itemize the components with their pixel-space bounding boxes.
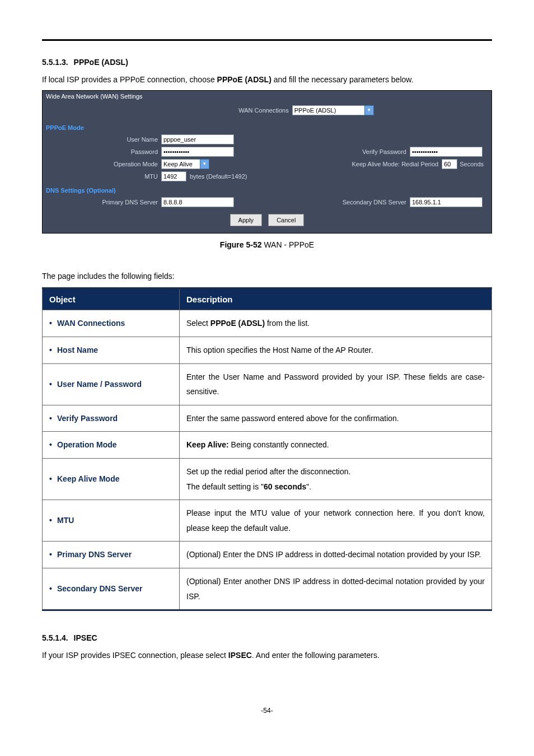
section-heading-ipsec: 5.5.1.4. IPSEC bbox=[42, 633, 492, 642]
table-header-row: Object Description bbox=[43, 288, 492, 310]
header-description: Description bbox=[180, 288, 492, 310]
operation-mode-label: Operation Mode bbox=[46, 161, 161, 167]
chevron-down-icon[interactable]: ▾ bbox=[364, 105, 374, 115]
section-heading-pppoe: 5.5.1.3. PPPoE (ADSL) bbox=[42, 58, 492, 67]
mtu-hint: bytes (Default=1492) bbox=[186, 173, 250, 180]
table-row: •Host Name This option specifies the Hos… bbox=[43, 337, 492, 363]
header-object: Object bbox=[43, 288, 180, 310]
redial-period-input[interactable] bbox=[442, 159, 457, 169]
operation-mode-select[interactable] bbox=[161, 159, 200, 169]
mtu-input[interactable] bbox=[161, 171, 186, 181]
ipsec-intro: If your ISP provides IPSEC connection, p… bbox=[42, 649, 492, 661]
description-table: Object Description •WAN Connections Sele… bbox=[42, 287, 492, 611]
table-row: •User Name / Password Enter the User Nam… bbox=[43, 363, 492, 405]
table-row: •Verify Password Enter the same password… bbox=[43, 405, 492, 432]
secondary-dns-label: Secondary DNS Server bbox=[343, 199, 410, 206]
seconds-label: Seconds bbox=[457, 161, 488, 167]
panel-title: Wide Area Network (WAN) Settings bbox=[43, 91, 491, 103]
section-number: 5.5.1.3. bbox=[42, 58, 68, 67]
user-name-label: User Name bbox=[46, 136, 161, 143]
primary-dns-label: Primary DNS Server bbox=[46, 199, 161, 206]
mtu-label: MTU bbox=[46, 173, 161, 180]
secondary-dns-input[interactable] bbox=[410, 197, 483, 207]
password-input[interactable] bbox=[161, 147, 234, 157]
verify-password-label: Verify Password bbox=[362, 148, 410, 155]
user-name-input[interactable] bbox=[161, 134, 234, 144]
top-divider bbox=[42, 39, 492, 41]
figure-caption: Figure 5-52 WAN - PPPoE bbox=[42, 240, 492, 249]
page-number: -54- bbox=[42, 707, 492, 715]
keep-alive-redial-label: Keep Alive Mode: Redial Period bbox=[352, 161, 442, 167]
wan-connections-label: WAN Connections bbox=[238, 107, 292, 114]
fields-intro: The page includes the following fields: bbox=[42, 272, 492, 281]
password-label: Password bbox=[46, 148, 161, 155]
table-row: •Primary DNS Server (Optional) Enter the… bbox=[43, 542, 492, 568]
chevron-down-icon[interactable]: ▾ bbox=[200, 159, 209, 169]
table-row: •Operation Mode Keep Alive: Being consta… bbox=[43, 432, 492, 459]
apply-button[interactable]: Apply bbox=[230, 214, 263, 226]
table-row: •MTU Please input the MTU value of your … bbox=[43, 500, 492, 542]
verify-password-input[interactable] bbox=[410, 147, 483, 157]
section-number: 5.5.1.4. bbox=[42, 633, 68, 642]
wan-settings-panel: Wide Area Network (WAN) Settings WAN Con… bbox=[42, 90, 492, 234]
pppoe-mode-header: PPPoE Mode bbox=[43, 120, 491, 133]
intro-paragraph: If local ISP provides a PPPoE connection… bbox=[42, 73, 492, 86]
table-row: •Secondary DNS Server (Optional) Enter a… bbox=[43, 568, 492, 610]
section-title: IPSEC bbox=[74, 633, 97, 642]
wan-connections-select[interactable] bbox=[292, 105, 365, 115]
primary-dns-input[interactable] bbox=[161, 197, 234, 207]
table-row: •WAN Connections Select PPPoE (ADSL) fro… bbox=[43, 310, 492, 337]
table-row: •Keep Alive Mode Set up the redial perio… bbox=[43, 458, 492, 500]
cancel-button[interactable]: Cancel bbox=[268, 214, 304, 226]
section-title: PPPoE (ADSL) bbox=[74, 58, 128, 67]
dns-settings-header: DNS Settings (Optional) bbox=[43, 183, 491, 196]
